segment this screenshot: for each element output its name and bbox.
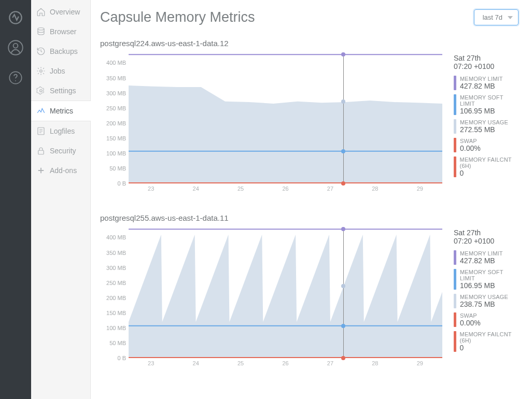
- legend-label: MEMORY FAILCNT (6H): [460, 331, 519, 344]
- cursor-dot-softlimit: [341, 149, 345, 153]
- sidebar: OverviewBrowserBackupsJobsSettingsMetric…: [31, 0, 91, 399]
- legend-row-softlimit: MEMORY SOFT LIMIT106.95 MB: [454, 94, 519, 115]
- chart-plot[interactable]: 0 B50 MB100 MB150 MB200 MB250 MB300 MB35…: [100, 54, 442, 191]
- chart-cursor: [343, 54, 344, 183]
- legend-label: SWAP: [460, 138, 481, 144]
- legend-label: MEMORY USAGE: [460, 119, 508, 125]
- legend-swatch: [454, 119, 456, 134]
- legend-row-limit: MEMORY LIMIT427.82 MB: [454, 76, 519, 90]
- cursor-dot-swap: [341, 356, 345, 360]
- legend-swatch: [454, 156, 456, 177]
- sidebar-item-backups[interactable]: Backups: [31, 41, 90, 61]
- chart-cursor: [343, 229, 344, 358]
- cursor-timestamp-day: Sat 27th: [454, 229, 519, 237]
- legend-swatch: [454, 94, 456, 115]
- legend-row-swap: SWAP0.00%: [454, 312, 519, 327]
- cursor-dot-softlimit: [341, 324, 345, 328]
- chart-block-0: postgresql224.aws-us-east-1-data.120 B50…: [100, 39, 519, 191]
- legend-value: 238.75 MB: [460, 300, 508, 308]
- legend-swatch: [454, 138, 456, 152]
- legend-swatch: [454, 312, 456, 327]
- metrics-icon: [36, 106, 46, 116]
- cursor-timestamp-day: Sat 27th: [454, 54, 519, 62]
- legend-row-failcnt: MEMORY FAILCNT (6H)0: [454, 156, 519, 177]
- legend-value: 0: [460, 169, 519, 177]
- chart-title: postgresql255.aws-us-east-1-data.11: [100, 213, 519, 222]
- legend-row-softlimit: MEMORY SOFT LIMIT106.95 MB: [454, 269, 519, 290]
- page-title: Capsule Memory Metrics: [100, 9, 255, 25]
- legend-swatch: [454, 250, 456, 265]
- svg-point-4: [15, 80, 16, 81]
- legend-row-swap: SWAP0.00%: [454, 138, 519, 152]
- app-rail: [0, 0, 31, 399]
- logo-icon[interactable]: [7, 9, 24, 26]
- legend-label: SWAP: [460, 312, 481, 319]
- sidebar-item-browser[interactable]: Browser: [31, 22, 90, 41]
- sidebar-item-label: Metrics: [50, 107, 73, 115]
- legend-row-limit: MEMORY LIMIT427.82 MB: [454, 250, 519, 265]
- sidebar-item-overview[interactable]: Overview: [31, 2, 90, 22]
- time-range-select[interactable]: last 7d: [474, 9, 519, 25]
- sidebar-item-label: Jobs: [50, 67, 65, 75]
- sidebar-item-add-ons[interactable]: Add-ons: [31, 161, 90, 180]
- cursor-dot-usage: [341, 99, 345, 104]
- sidebar-item-jobs[interactable]: Jobs: [31, 61, 90, 81]
- cursor-timestamp-time: 07:20 +0100: [454, 237, 519, 245]
- svg-point-5: [38, 28, 44, 31]
- logfiles-icon: [36, 126, 46, 136]
- legend-value: 272.55 MB: [460, 125, 508, 134]
- legend-label: MEMORY LIMIT: [460, 250, 503, 256]
- time-range-value: last 7d: [483, 13, 502, 21]
- help-icon[interactable]: [7, 69, 24, 86]
- sidebar-item-label: Backups: [50, 47, 78, 55]
- legend-value: 106.95 MB: [460, 107, 519, 115]
- cursor-dot-usage: [341, 284, 345, 288]
- gear-icon: [36, 66, 46, 76]
- chart-legend: Sat 27th07:20 +0100MEMORY LIMIT427.82 MB…: [454, 54, 519, 181]
- user-icon[interactable]: [7, 39, 24, 56]
- sidebar-item-settings[interactable]: Settings: [31, 81, 90, 101]
- legend-swatch: [454, 294, 456, 308]
- legend-label: MEMORY FAILCNT (6H): [460, 156, 519, 169]
- legend-label: MEMORY USAGE: [460, 294, 508, 300]
- svg-point-2: [13, 44, 18, 48]
- legend-row-failcnt: MEMORY FAILCNT (6H)0: [454, 331, 519, 352]
- database-icon: [36, 27, 46, 36]
- legend-value: 0.00%: [460, 144, 481, 152]
- sidebar-item-metrics[interactable]: Metrics: [31, 101, 91, 121]
- sidebar-item-label: Security: [50, 147, 76, 155]
- svg-point-6: [40, 70, 43, 73]
- legend-value: 0.00%: [460, 319, 481, 327]
- legend-swatch: [454, 76, 456, 90]
- cursor-dot-limit: [341, 227, 345, 231]
- chart-block-1: postgresql255.aws-us-east-1-data.110 B50…: [100, 213, 519, 365]
- home-icon: [36, 7, 46, 17]
- sidebar-item-label: Overview: [50, 8, 80, 16]
- legend-row-usage: MEMORY USAGE272.55 MB: [454, 119, 519, 134]
- chart-plot[interactable]: 0 B50 MB100 MB150 MB200 MB250 MB300 MB35…: [100, 229, 442, 365]
- sidebar-item-security[interactable]: Security: [31, 141, 90, 161]
- legend-label: MEMORY SOFT LIMIT: [460, 94, 519, 107]
- sidebar-item-label: Add-ons: [50, 166, 77, 175]
- legend-label: MEMORY SOFT LIMIT: [460, 269, 519, 281]
- cursor-dot-swap: [341, 181, 345, 186]
- cursor-dot-limit: [341, 52, 345, 56]
- chart-title: postgresql224.aws-us-east-1-data.12: [100, 39, 519, 48]
- sidebar-item-logfiles[interactable]: Logfiles: [31, 121, 90, 141]
- cursor-timestamp-time: 07:20 +0100: [454, 62, 519, 70]
- legend-value: 0: [460, 344, 519, 352]
- sidebar-item-label: Settings: [50, 87, 76, 95]
- legend-row-usage: MEMORY USAGE238.75 MB: [454, 294, 519, 308]
- history-icon: [36, 47, 46, 56]
- main-content: Capsule Memory Metrics last 7d postgresq…: [91, 0, 532, 399]
- legend-swatch: [454, 331, 456, 352]
- plus-icon: [36, 166, 46, 175]
- legend-value: 106.95 MB: [460, 281, 519, 290]
- legend-swatch: [454, 269, 456, 290]
- sliders-icon: [36, 86, 46, 95]
- svg-point-7: [40, 90, 43, 92]
- chart-legend: Sat 27th07:20 +0100MEMORY LIMIT427.82 MB…: [454, 229, 519, 356]
- svg-rect-9: [38, 150, 44, 154]
- sidebar-item-label: Logfiles: [50, 127, 75, 135]
- sidebar-item-label: Browser: [50, 27, 76, 36]
